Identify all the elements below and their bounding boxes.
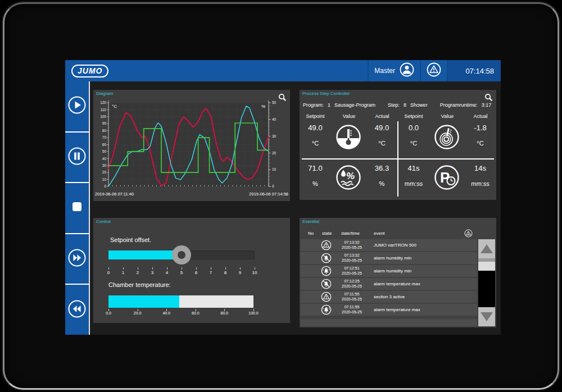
tick-label: 2 — [137, 270, 139, 275]
runtime-label: Programruntime: — [440, 102, 478, 108]
scroll-down-button[interactable] — [478, 307, 495, 326]
eventlist-panel: Eventlist No state date/time event 07:13… — [300, 218, 496, 327]
tick-label: 10 — [252, 270, 257, 275]
tick-mark — [152, 267, 153, 270]
hmi-screen: JUMO Master — [65, 60, 501, 335]
svg-text:30: 30 — [102, 163, 107, 167]
chamber-temperature-bar — [108, 295, 253, 308]
col-value: Value — [441, 113, 454, 119]
tick-mark — [211, 267, 211, 270]
program-label: Program: — [303, 102, 324, 108]
user-icon — [400, 62, 414, 79]
event-row[interactable]: 07:11:552020-05-25alarm temperature max — [301, 304, 477, 316]
svg-text:%: % — [346, 171, 355, 181]
col-datetime: date/time — [341, 231, 360, 236]
tick-label: 0.0 — [106, 311, 111, 315]
event-text: JUMO variTRON 500 — [374, 239, 416, 251]
alarm-button[interactable] — [421, 60, 447, 81]
scrollbar-thumb[interactable] — [478, 262, 495, 271]
tick-label: 3 — [151, 270, 153, 275]
alarm-icon — [427, 62, 441, 79]
stop-icon — [67, 197, 87, 218]
fast-forward-button[interactable] — [65, 234, 89, 285]
actual-readout: 14s mm:ss — [464, 164, 496, 191]
alert-icon — [321, 240, 332, 253]
event-row[interactable]: 07:13:322020-05-25JUMO variTRON 500 — [301, 239, 477, 251]
pause-button[interactable] — [65, 133, 89, 184]
col-setpoint: Setpoint — [404, 113, 423, 119]
jumo-logo: JUMO — [71, 65, 108, 78]
stop-button[interactable] — [65, 183, 89, 234]
program-name: Sausage-Program — [334, 102, 375, 108]
svg-text:120: 120 — [100, 101, 106, 104]
col-state: state — [322, 231, 332, 236]
tick-mark — [108, 267, 109, 270]
core-temperature-icon — [429, 124, 464, 151]
tick-mark — [196, 267, 197, 270]
svg-text:°C: °C — [112, 104, 117, 109]
event-text: alarm temperature max — [374, 278, 420, 290]
chamber-temperature-label: Chamber temperature: — [108, 281, 171, 288]
header-bar: JUMO Master — [65, 60, 501, 81]
arrow-up-icon — [481, 244, 493, 253]
runtime-value: 3:17 — [482, 102, 492, 108]
svg-text:110: 110 — [101, 108, 107, 112]
x-axis-start-label: 2019-06-06 07:11:40 — [95, 192, 134, 197]
event-datetime: 07:13:322020-05-25 — [333, 253, 370, 263]
bar-fill — [108, 295, 179, 308]
tick-label: 6 — [195, 270, 197, 275]
event-row[interactable]: 07:12:252020-05-25alarm temperature max — [301, 278, 477, 290]
tick-label: 80.0 — [221, 311, 229, 315]
rewind-button[interactable] — [65, 285, 89, 335]
event-rows: 07:13:322020-05-25JUMO variTRON 50007:13… — [300, 239, 496, 317]
event-text: alarm humidity min — [374, 265, 411, 277]
panel-title: Control — [96, 219, 111, 224]
scrollbar-track[interactable] — [478, 271, 495, 307]
user-button[interactable]: Master — [369, 60, 420, 81]
col-actual: Actual — [375, 113, 389, 119]
event-datetime: 07:13:322020-05-25 — [333, 240, 370, 250]
svg-text:70: 70 — [102, 135, 107, 139]
svg-text:%: % — [261, 104, 265, 109]
event-text: alarm temperature max — [374, 304, 420, 316]
svg-text:50: 50 — [272, 101, 277, 104]
tick-mark — [182, 267, 182, 270]
svg-text:0: 0 — [104, 184, 106, 188]
slider-knob[interactable] — [172, 245, 191, 265]
process-step-controller-panel: Process Step Controller Program:1Sausage… — [300, 90, 496, 200]
eventlist-scrollbar — [478, 239, 495, 326]
tick-label: 5 — [180, 270, 183, 275]
svg-text:20: 20 — [272, 151, 277, 155]
event-datetime: 07:11:552020-05-25 — [333, 292, 370, 302]
user-name: Master — [374, 67, 395, 75]
setpoint-readout: 0.0 °C — [398, 124, 429, 151]
svg-text:40: 40 — [102, 157, 107, 161]
setpoint-readout: 49.0 °C — [300, 124, 331, 151]
eventlist-footer — [301, 319, 477, 326]
play-button[interactable] — [65, 81, 89, 133]
event-row[interactable]: 07:11:552020-05-25section 3 active — [301, 291, 477, 303]
program-info: Program:1Sausage-ProgramStep:8ShowerProg… — [303, 102, 494, 108]
chamber-temperature-icon — [331, 124, 366, 151]
control-panel: Control Setpoint offset. 012345678910 Ch… — [93, 218, 290, 323]
event-datetime: 07:12:512020-05-25 — [333, 266, 370, 276]
step-number: 8 — [404, 102, 406, 108]
setpoint-readout: 41s mm:ss — [398, 164, 429, 191]
tick-mark — [167, 267, 167, 270]
tick-label: 8 — [224, 270, 226, 275]
tick-mark — [123, 267, 124, 270]
bar-scale: 0.020.040.060.080.0100.0 — [93, 309, 290, 317]
tick-label: 9 — [239, 270, 241, 275]
svg-text:30: 30 — [272, 134, 277, 138]
scroll-up-button[interactable] — [478, 239, 495, 258]
setpoint-offset-label: Setpoint offset. — [110, 236, 151, 243]
tick-mark — [225, 267, 226, 270]
col-no: No — [308, 231, 314, 236]
event-row[interactable]: 07:13:322020-05-25alarm humidity min — [301, 252, 477, 264]
slider-fill — [108, 250, 182, 259]
tick-label: 40.0 — [162, 311, 170, 315]
event-row[interactable]: 07:12:512020-05-25alarm humidity min — [301, 265, 477, 277]
pause-icon — [67, 147, 87, 168]
trend-chart[interactable]: 010203040506070809010011012001020304050°… — [93, 90, 290, 201]
tick-label: 7 — [210, 270, 212, 275]
